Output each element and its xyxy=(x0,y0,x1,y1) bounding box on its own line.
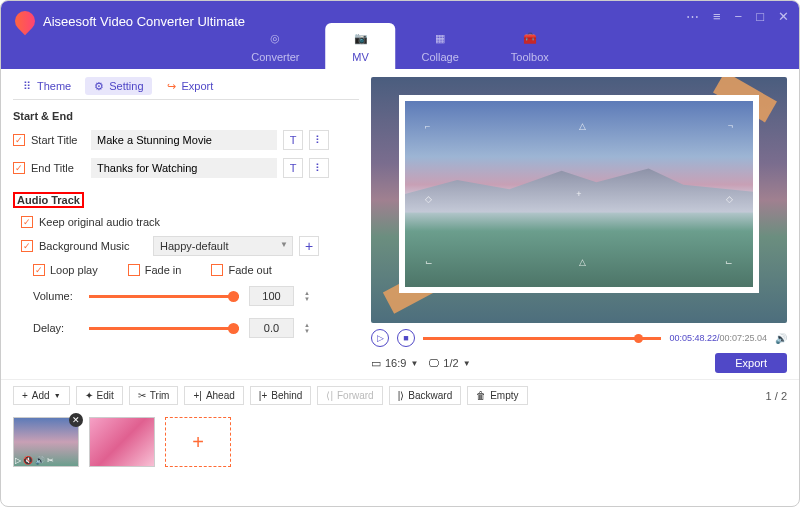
minimize-icon[interactable]: − xyxy=(735,9,743,24)
photo-frame: ⌐¬ ⌙⌙ + △△ ◇◇ xyxy=(399,95,759,293)
delete-clip-icon[interactable]: ✕ xyxy=(69,413,83,427)
volume-label: Volume: xyxy=(33,290,79,302)
nav-mv[interactable]: 📷 MV xyxy=(326,23,396,69)
empty-button[interactable]: 🗑Empty xyxy=(467,386,527,405)
volume-down[interactable]: ▼ xyxy=(304,297,310,302)
behind-button[interactable]: |+Behind xyxy=(250,386,312,405)
volume-icon[interactable]: 🔊 xyxy=(775,333,787,344)
delay-slider[interactable] xyxy=(89,327,239,330)
monitor-icon: 🖵 xyxy=(428,357,439,369)
add-clip-button[interactable]: + xyxy=(165,417,231,467)
volume-value[interactable]: 100 xyxy=(249,286,294,306)
start-title-checkbox[interactable] xyxy=(13,134,25,146)
play-button[interactable]: ▷ xyxy=(371,329,389,347)
bg-music-label: Background Music xyxy=(39,240,147,252)
tab-setting[interactable]: ⚙ Setting xyxy=(85,77,151,95)
section-start-end: Start & End xyxy=(13,110,359,122)
bg-music-select[interactable]: Happy-default xyxy=(153,236,293,256)
end-title-input[interactable] xyxy=(91,158,277,178)
section-audio-track: Audio Track xyxy=(13,192,84,208)
volume-slider[interactable] xyxy=(89,295,239,298)
export-button[interactable]: Export xyxy=(715,353,787,373)
converter-icon: ◎ xyxy=(266,29,284,47)
clip-thumbnail[interactable] xyxy=(89,417,155,467)
collage-icon: ▦ xyxy=(431,29,449,47)
keep-original-label: Keep original audio track xyxy=(39,216,160,228)
add-music-button[interactable]: + xyxy=(299,236,319,256)
logo-icon xyxy=(11,7,39,35)
maximize-icon[interactable]: □ xyxy=(756,9,764,24)
start-title-label: Start Title xyxy=(31,134,85,146)
start-title-more-icon[interactable]: ⠇ xyxy=(309,130,329,150)
ahead-button[interactable]: +|Ahead xyxy=(184,386,243,405)
theme-icon: ⠿ xyxy=(21,80,33,92)
tab-theme[interactable]: ⠿ Theme xyxy=(13,77,79,95)
add-button[interactable]: +Add▼ xyxy=(13,386,70,405)
feedback-icon[interactable]: ⋯ xyxy=(686,9,699,24)
end-title-checkbox[interactable] xyxy=(13,162,25,174)
end-title-more-icon[interactable]: ⠇ xyxy=(309,158,329,178)
setting-icon: ⚙ xyxy=(93,80,105,92)
close-icon[interactable]: ✕ xyxy=(778,9,789,24)
pager: 1 / 2 xyxy=(766,390,787,402)
start-title-input[interactable] xyxy=(91,130,277,150)
edit-icon: ✦ xyxy=(85,390,93,401)
progress-bar[interactable] xyxy=(423,337,661,340)
end-title-label: End Title xyxy=(31,162,85,174)
forward-button[interactable]: ⟨|Forward xyxy=(317,386,382,405)
trim-button[interactable]: ✂Trim xyxy=(129,386,179,405)
end-title-text-icon[interactable]: T xyxy=(283,158,303,178)
bg-music-checkbox[interactable] xyxy=(21,240,33,252)
nav-collage[interactable]: ▦ Collage xyxy=(396,23,485,69)
loop-checkbox[interactable] xyxy=(33,264,45,276)
delay-value[interactable]: 0.0 xyxy=(249,318,294,338)
delay-label: Delay: xyxy=(33,322,79,334)
export-icon: ↪ xyxy=(166,80,178,92)
volume-up[interactable]: ▲ xyxy=(304,291,310,296)
page-select[interactable]: 🖵 1/2 ▼ xyxy=(428,357,470,369)
menu-icon[interactable]: ≡ xyxy=(713,9,721,24)
video-preview[interactable]: ⌐¬ ⌙⌙ + △△ ◇◇ xyxy=(371,77,787,323)
fade-out-checkbox[interactable] xyxy=(211,264,223,276)
backward-button[interactable]: |⟩Backward xyxy=(389,386,462,405)
delay-up[interactable]: ▲ xyxy=(304,323,310,328)
edit-button[interactable]: ✦Edit xyxy=(76,386,123,405)
scissors-icon: ✂ xyxy=(138,390,146,401)
fade-in-checkbox[interactable] xyxy=(128,264,140,276)
aspect-icon: ▭ xyxy=(371,357,381,370)
start-title-text-icon[interactable]: T xyxy=(283,130,303,150)
aspect-ratio-select[interactable]: ▭ 16:9 ▼ xyxy=(371,357,418,370)
mv-icon: 📷 xyxy=(352,29,370,47)
trash-icon: 🗑 xyxy=(476,390,486,401)
app-logo: Aiseesoft Video Converter Ultimate xyxy=(15,11,245,31)
stop-button[interactable]: ■ xyxy=(397,329,415,347)
nav-toolbox[interactable]: 🧰 Toolbox xyxy=(485,23,575,69)
keep-original-checkbox[interactable] xyxy=(21,216,33,228)
nav-converter[interactable]: ◎ Converter xyxy=(225,23,325,69)
app-title: Aiseesoft Video Converter Ultimate xyxy=(43,14,245,29)
time-display: 00:05:48.22/00:07:25.04 xyxy=(669,333,767,343)
clip-thumbnail[interactable]: ✕ ▷🔇🔊✂ xyxy=(13,417,79,467)
toolbox-icon: 🧰 xyxy=(521,29,539,47)
tab-export[interactable]: ↪ Export xyxy=(158,77,222,95)
delay-down[interactable]: ▼ xyxy=(304,329,310,334)
